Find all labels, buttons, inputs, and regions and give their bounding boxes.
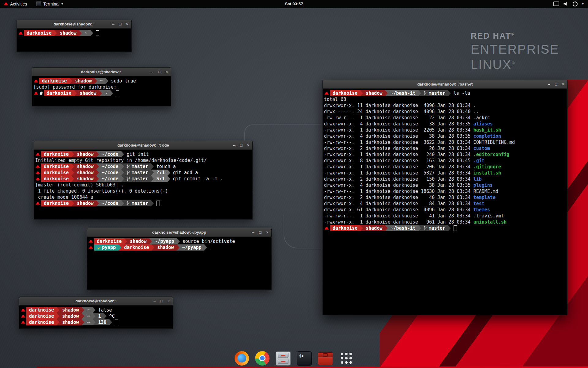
powerline-separator-icon: [110, 90, 113, 96]
dock-file-cabinet-icon[interactable]: [276, 351, 291, 366]
maximize-button[interactable]: □: [159, 70, 161, 74]
window-titlebar[interactable]: darknoise@shadow:~/bash-it–□×: [323, 80, 567, 89]
power-icon: [573, 2, 578, 6]
prompt-segment-path: ~/bash-it: [388, 90, 418, 96]
close-button[interactable]: ×: [562, 82, 564, 86]
terminal-cursor: [115, 320, 118, 325]
powerline-separator-icon: [177, 244, 179, 251]
prompt-segment-host: shadow: [74, 170, 96, 176]
terminal-output-line: -rwxrwxr-x. 1 darknoise darknoise 961 Ja…: [324, 219, 567, 225]
minimize-button[interactable]: –: [152, 70, 154, 74]
terminal-window-term-home-top[interactable]: darknoise@shadow:~–□×darknoiseshadow~: [17, 20, 132, 52]
window-title: darknoise@shadow:~/code: [117, 143, 169, 148]
dock-toolbox-icon[interactable]: [318, 352, 333, 365]
prompt-segment-user: darknoise: [330, 225, 360, 231]
prompt-segment-path: ~: [84, 307, 92, 313]
powerline-separator-icon: [448, 90, 451, 96]
terminal-output-line: -rwxrwxr-x. 1 darknoise darknoise 206 Ja…: [324, 164, 567, 170]
maximize-button[interactable]: □: [555, 82, 557, 86]
redhat-icon: [18, 30, 24, 36]
output-text: drwxrwxr-x. 4 darknoise darknoise 38 Jan…: [324, 182, 473, 188]
output-text: drwxrwxr-x. 2 darknoise darknoise 150 Ja…: [324, 176, 473, 182]
clock[interactable]: Sat 03:57: [285, 2, 303, 6]
minimize-button[interactable]: –: [112, 22, 114, 26]
close-button[interactable]: ×: [167, 299, 170, 303]
output-text: ..: [473, 109, 479, 114]
minimize-button[interactable]: –: [252, 230, 254, 234]
maximize-button[interactable]: □: [119, 22, 122, 26]
window-titlebar[interactable]: darknoise@shadow:~–□×: [19, 297, 173, 305]
terminal-prompt-line: darknoiseshadow~130: [21, 319, 172, 325]
powerline-separator-icon: [94, 78, 97, 84]
minimize-button[interactable]: –: [233, 143, 235, 147]
output-text: drwxrwxr-x. 2 darknoise darknoise 40 Jan…: [324, 195, 473, 200]
output-text: drwxrwxr-x. 4 darknoise darknoise 38 Jan…: [324, 133, 473, 139]
dock-chrome-icon[interactable]: [255, 351, 270, 366]
terminal-output-line: drwxrwxr-x. 61 darknoise darknoise 4096 …: [324, 207, 567, 213]
system-status-area[interactable]: ▾: [553, 2, 588, 6]
command-text: source bin/activate: [183, 238, 235, 244]
dock-terminal-icon[interactable]: $>: [297, 351, 312, 366]
maximize-button[interactable]: □: [160, 299, 163, 303]
terminal-body[interactable]: darknoiseshadow~/bash-itmasterls -latota…: [323, 89, 567, 315]
redhat-logo-icon: [4, 2, 8, 6]
terminal-cursor: [116, 90, 119, 96]
terminal-prompt-line: darknoiseshadow~/codemaster?:1git add a: [35, 170, 252, 176]
minimize-button[interactable]: –: [548, 82, 550, 86]
file-name: themes: [473, 207, 490, 213]
firefox-globe: [237, 354, 246, 362]
window-titlebar[interactable]: darknoise@shadow:~–□×: [32, 68, 171, 76]
chevron-down-icon: ▾: [582, 2, 584, 6]
activities-label: Activities: [10, 2, 27, 6]
activities-button[interactable]: Activities: [2, 2, 28, 6]
close-button[interactable]: ×: [266, 230, 268, 234]
terminal-body[interactable]: darknoiseshadow~sudo true[sudo] password…: [32, 76, 171, 106]
window-title: darknoise@shadow:~: [81, 70, 122, 74]
terminal-window-term-code[interactable]: darknoise@shadow:~/code–□×darknoiseshado…: [34, 141, 253, 220]
terminal-prompt-line: darknoiseshadow~false: [21, 307, 172, 313]
maximize-button[interactable]: □: [240, 143, 243, 147]
prompt-segment-path: ~/code: [99, 151, 121, 157]
window-titlebar[interactable]: darknoise@shadow:~–□×: [17, 20, 131, 29]
powerline-separator-icon: [448, 225, 451, 231]
minimize-button[interactable]: –: [153, 299, 156, 303]
prompt-segment-user: darknoise: [41, 151, 71, 157]
window-titlebar[interactable]: darknoise@shadow:~/code–□×: [34, 141, 252, 150]
output-text: create mode 100644 a: [35, 194, 93, 200]
dock-show-applications-icon[interactable]: [339, 351, 353, 366]
file-name: .git: [473, 158, 484, 163]
terminal-window-term-exit[interactable]: darknoise@shadow:~–□×darknoiseshadow~fal…: [19, 297, 173, 329]
terminal-prompt-line: darknoiseshadow~/codemastertouch a: [35, 163, 252, 170]
terminal-body[interactable]: darknoiseshadow~/pyappsource bin/activat…: [87, 237, 271, 289]
close-button[interactable]: ×: [165, 70, 168, 74]
chrome-dot: [260, 356, 264, 360]
prompt-segment-gitstat: S:1: [154, 176, 168, 182]
prompt-segment-host: shadow: [127, 238, 149, 244]
output-text: [master (root-commit) 50bcb63] .: [35, 182, 124, 188]
terminal-window-term-sudo[interactable]: darknoise@shadow:~–□×darknoiseshadow~sud…: [32, 67, 171, 106]
close-button[interactable]: ×: [126, 22, 128, 26]
window-title: darknoise@shadow:~: [54, 22, 95, 26]
drawer-handle: [281, 355, 285, 356]
app-menu-terminal[interactable]: Terminal ▾: [35, 2, 64, 6]
close-button[interactable]: ×: [247, 143, 249, 147]
terminal-body[interactable]: darknoiseshadow~: [17, 29, 131, 52]
terminal-window-term-bashit[interactable]: darknoise@shadow:~/bash-it–□×darknoisesh…: [322, 80, 567, 315]
prompt-segment-user: darknoise: [41, 163, 71, 170]
output-text: [sudo] password for darknoise:: [33, 84, 119, 90]
output-text: drwxrwxr-x. 2 darknoise darknoise 26 Jan…: [324, 146, 473, 151]
terminal-body[interactable]: darknoiseshadow~falsedarknoiseshadow~1^C…: [19, 305, 173, 328]
redhat-icon: [88, 238, 94, 244]
output-text: .: [473, 103, 476, 108]
prompt-segment-path: ~/pyapp: [179, 244, 204, 251]
terminal-output-line: drwxrwxr-x. 8 darknoise darknoise 163 Ja…: [324, 158, 567, 164]
terminal-output-line: -rw-rw-r--. 1 darknoise darknoise 22 Jan…: [324, 115, 567, 121]
terminal-window-term-pyapp[interactable]: darknoise@shadow:~/pyapp–□×darknoiseshad…: [87, 228, 272, 290]
powerline-separator-icon: [106, 78, 108, 84]
maximize-button[interactable]: □: [259, 230, 262, 234]
dock-firefox-icon[interactable]: [235, 351, 249, 366]
terminal-body[interactable]: darknoiseshadow~/codegit initInitialized…: [34, 150, 252, 219]
powerline-separator-icon: [96, 176, 99, 182]
window-titlebar[interactable]: darknoise@shadow:~/pyapp–□×: [87, 228, 271, 237]
powerline-separator-icon: [70, 78, 72, 84]
